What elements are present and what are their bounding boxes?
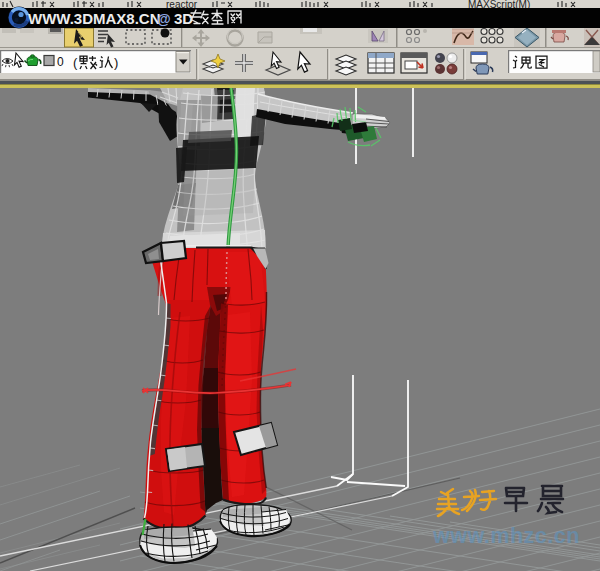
svg-text:3D: 3D <box>174 10 193 27</box>
svg-text:(: ( <box>73 55 78 70</box>
svg-text:@: @ <box>157 11 171 27</box>
svg-text:0: 0 <box>57 55 64 69</box>
svg-text:WWW.3DMAX8.CN: WWW.3DMAX8.CN <box>28 10 161 27</box>
svg-text:www.mhzc.cn: www.mhzc.cn <box>432 524 580 548</box>
svg-text:): ) <box>114 55 118 70</box>
